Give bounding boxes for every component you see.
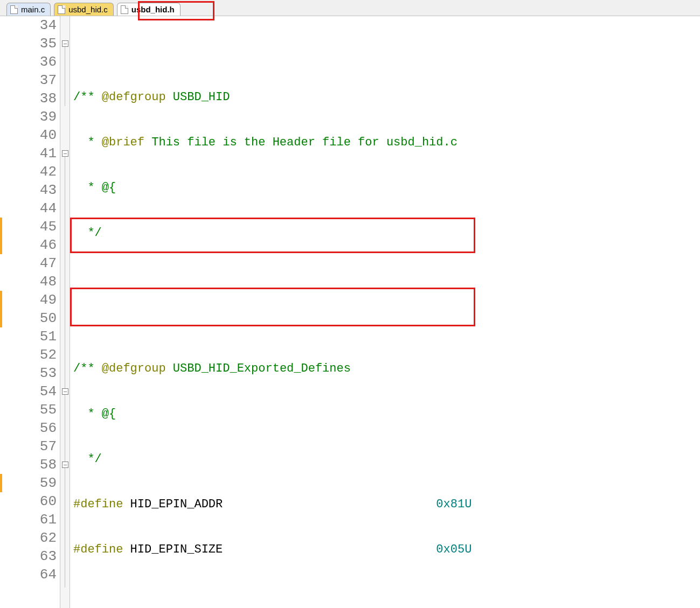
- line-number: 51: [0, 327, 57, 346]
- line-number: 40: [0, 126, 57, 144]
- comment: USBD_HID: [166, 90, 230, 104]
- line-number: 37: [0, 71, 57, 89]
- fold-minus-icon[interactable]: [62, 150, 68, 157]
- line-number: 44: [0, 199, 57, 218]
- fold-minus-icon[interactable]: [62, 40, 68, 47]
- line-number: 62: [0, 529, 57, 547]
- line-number: 50: [0, 309, 57, 327]
- doc-tag: @defgroup: [102, 362, 166, 375]
- line-number: 58: [0, 456, 57, 474]
- tab-usbd-hid-h[interactable]: usbd_hid.h: [117, 3, 181, 16]
- doc-tag: @defgroup: [102, 90, 166, 104]
- line-number: 61: [0, 511, 57, 529]
- line-number: 55: [0, 401, 57, 419]
- fold-gutter: [60, 16, 70, 608]
- macro-name: HID_EPIN_ADDR: [123, 498, 436, 511]
- preproc: #define: [73, 498, 123, 511]
- tab-label: usbd_hid.h: [131, 5, 175, 14]
- line-number: 43: [0, 181, 57, 199]
- fold-minus-icon[interactable]: [62, 388, 68, 395]
- doc-tag: @brief: [102, 136, 144, 149]
- comment: USBD_HID_Exported_Defines: [166, 362, 351, 375]
- tab-label: usbd_hid.c: [68, 5, 108, 14]
- line-number: 45: [0, 218, 57, 236]
- change-marker: [0, 291, 2, 327]
- comment: */: [73, 226, 102, 240]
- tab-usbd-hid-c[interactable]: usbd_hid.c: [54, 3, 114, 16]
- file-icon: [10, 5, 18, 14]
- macro-name: HID_EPIN_SIZE: [123, 543, 436, 556]
- line-number: 41: [0, 144, 57, 163]
- comment: *: [73, 136, 102, 149]
- file-icon: [121, 5, 128, 14]
- line-number: 59: [0, 474, 57, 492]
- tab-main-c[interactable]: main.c: [6, 3, 51, 16]
- macro-value: 0x05U: [436, 543, 472, 556]
- comment: /**: [73, 362, 102, 375]
- fold-minus-icon[interactable]: [62, 462, 68, 468]
- tab-label: main.c: [21, 5, 45, 14]
- line-number: 46: [0, 236, 57, 254]
- fold-line: [65, 157, 65, 588]
- fold-line: [65, 47, 65, 106]
- line-number: 53: [0, 364, 57, 382]
- code-content[interactable]: /** @defgroup USBD_HID * @brief This fil…: [73, 16, 700, 608]
- comment: */: [73, 452, 102, 466]
- line-number: 60: [0, 492, 57, 511]
- line-number: 38: [0, 89, 57, 108]
- line-number: 49: [0, 291, 57, 309]
- comment: This file is the Header file for usbd_hi…: [144, 136, 458, 149]
- line-number-gutter: 34 35 36 37 38 39 40 41 42 43 44 45 46 4…: [0, 16, 60, 608]
- macro-value: 0x81U: [436, 498, 472, 511]
- line-number: 36: [0, 53, 57, 71]
- preproc: #define: [73, 543, 123, 556]
- line-number: 52: [0, 346, 57, 364]
- line-number: 64: [0, 565, 57, 584]
- change-marker: [0, 218, 2, 254]
- comment: * @{: [73, 181, 116, 194]
- file-icon: [58, 5, 65, 14]
- line-number: 34: [0, 16, 57, 34]
- line-number: 63: [0, 547, 57, 565]
- comment: /**: [73, 90, 102, 104]
- tab-bar: main.c usbd_hid.c usbd_hid.h: [0, 0, 700, 16]
- line-number: 42: [0, 163, 57, 181]
- line-number: 57: [0, 437, 57, 456]
- comment: * @{: [73, 407, 116, 421]
- line-number: 56: [0, 419, 57, 437]
- line-number: 48: [0, 272, 57, 291]
- line-number: 39: [0, 108, 57, 126]
- line-number: 35: [0, 34, 57, 53]
- code-editor[interactable]: 34 35 36 37 38 39 40 41 42 43 44 45 46 4…: [0, 16, 700, 608]
- line-number: 54: [0, 382, 57, 401]
- line-number: 47: [0, 254, 57, 272]
- change-marker: [0, 474, 2, 492]
